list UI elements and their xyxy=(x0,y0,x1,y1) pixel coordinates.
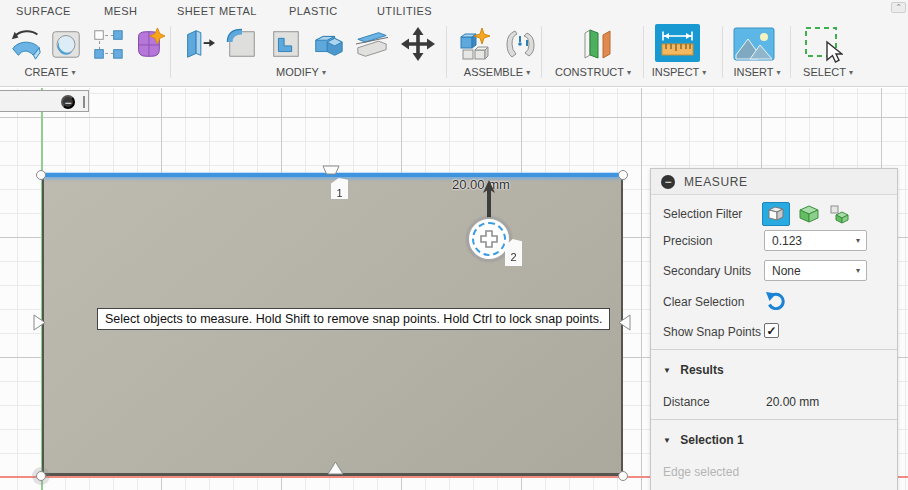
revolve-tool-button[interactable] xyxy=(8,26,44,62)
precision-label: Precision xyxy=(663,234,712,248)
shell-tool-button[interactable] xyxy=(268,26,304,62)
left-edge-handle[interactable] xyxy=(33,314,46,331)
modify-menu-button[interactable]: MODIFY▾ xyxy=(261,64,341,80)
combine-tool-button[interactable] xyxy=(310,26,346,62)
toolbar-separator xyxy=(170,26,171,78)
results-section-header[interactable]: ▼ Results xyxy=(663,363,724,377)
tab-surface[interactable]: SURFACE xyxy=(16,5,71,17)
chevron-down-icon: ▾ xyxy=(322,68,326,77)
construct-menu-button[interactable]: CONSTRUCT▾ xyxy=(548,64,638,80)
selection-status: Edge selected xyxy=(663,465,739,479)
clear-selection-button[interactable] xyxy=(765,291,786,313)
split-body-tool-button[interactable] xyxy=(354,26,390,62)
select-icon xyxy=(803,25,843,63)
construct-plane-tool-button[interactable] xyxy=(576,26,618,62)
top-edge-handle[interactable] xyxy=(322,165,340,175)
press-pull-icon xyxy=(181,27,215,61)
collapse-icon[interactable]: − xyxy=(61,95,75,109)
tab-plastic[interactable]: PLASTIC xyxy=(289,5,338,17)
chevron-down-icon: ▾ xyxy=(849,68,853,77)
pattern-tool-button[interactable] xyxy=(90,26,126,62)
clear-selection-label: Clear Selection xyxy=(663,295,744,309)
form-icon xyxy=(131,27,165,61)
chevron-down-icon: ▾ xyxy=(702,68,706,77)
right-edge-handle[interactable] xyxy=(618,314,631,331)
snap-cursor-ring xyxy=(472,222,506,256)
panel-title: MEASURE xyxy=(684,175,748,189)
hole-icon xyxy=(49,27,83,61)
toolbar-collapse-icon[interactable]: ⌃ xyxy=(891,2,906,13)
face-filter-icon xyxy=(766,204,786,222)
combine-icon xyxy=(311,27,345,61)
form-tool-button[interactable] xyxy=(130,26,166,62)
insert-image-tool-button[interactable] xyxy=(733,27,775,61)
undo-icon xyxy=(765,291,786,310)
inspect-menu-button[interactable]: INSPECT▾ xyxy=(639,64,719,80)
measure-panel-header: − MEASURE xyxy=(651,169,897,195)
secondary-units-dropdown[interactable]: None ▾ xyxy=(764,260,867,281)
split-body-icon xyxy=(354,27,390,61)
revolve-icon xyxy=(9,27,43,61)
insert-menu-button[interactable]: INSERT▾ xyxy=(722,64,792,80)
filter-body-button[interactable] xyxy=(797,203,821,225)
snap-cursor xyxy=(467,217,511,261)
fillet-tool-button[interactable] xyxy=(224,26,260,62)
show-snap-points-label: Show Snap Points xyxy=(663,325,761,339)
chevron-down-icon: ▾ xyxy=(777,68,781,77)
corner-handle[interactable] xyxy=(618,170,628,180)
origin-corner-handle[interactable] xyxy=(36,471,46,481)
divider xyxy=(651,419,897,420)
body-filter-icon xyxy=(798,203,820,224)
press-pull-tool-button[interactable] xyxy=(180,26,216,62)
fusion-window: SURFACE MESH SHEET METAL PLASTIC UTILITI… xyxy=(0,0,908,490)
text-caret xyxy=(83,96,85,108)
measure-tool-button[interactable] xyxy=(655,24,700,62)
construct-plane-icon xyxy=(576,26,618,62)
select-tool-button[interactable] xyxy=(803,25,843,63)
distance-label: Distance xyxy=(663,395,710,409)
distance-value: 20.00 mm xyxy=(766,395,819,409)
toolbar-separator xyxy=(446,26,447,78)
new-component-icon xyxy=(455,26,495,62)
chevron-expanded-icon: ▼ xyxy=(663,436,671,445)
joint-icon xyxy=(501,26,539,62)
chevron-down-icon: ▾ xyxy=(71,68,75,77)
move-icon xyxy=(400,26,436,62)
new-component-tool-button[interactable] xyxy=(455,26,495,62)
show-snap-points-checkbox[interactable]: ✓ xyxy=(764,323,779,338)
collapsed-dialog-bar: − xyxy=(0,90,89,112)
status-tooltip: Select objects to measure. Hold Shift to… xyxy=(97,308,610,330)
pattern-icon xyxy=(91,27,125,61)
bottom-edge-handle[interactable] xyxy=(327,461,344,475)
toolbar: SURFACE MESH SHEET METAL PLASTIC UTILITI… xyxy=(0,0,908,87)
selection-filter-label: Selection Filter xyxy=(663,207,742,221)
fillet-icon xyxy=(225,27,259,61)
create-menu-button[interactable]: CREATE▾ xyxy=(14,64,86,80)
corner-handle[interactable] xyxy=(618,471,628,481)
move-tool-button[interactable] xyxy=(400,26,436,62)
secondary-units-label: Secondary Units xyxy=(663,264,751,278)
measure-panel: − MEASURE Selection Filter xyxy=(650,168,898,490)
selection-1-section-header[interactable]: ▼ Selection 1 xyxy=(663,433,744,447)
corner-handle[interactable] xyxy=(36,170,46,180)
chevron-down-icon: ▾ xyxy=(856,236,860,245)
shell-icon xyxy=(269,27,303,61)
component-filter-icon xyxy=(828,203,850,224)
tab-sheet-metal[interactable]: SHEET METAL xyxy=(177,5,257,17)
filter-face-button[interactable] xyxy=(762,202,790,226)
hole-tool-button[interactable] xyxy=(48,26,84,62)
chevron-expanded-icon: ▼ xyxy=(663,366,671,375)
joint-tool-button[interactable] xyxy=(500,26,540,62)
collapse-icon[interactable]: − xyxy=(661,175,675,189)
chevron-down-icon: ▾ xyxy=(627,68,631,77)
chevron-down-icon: ▾ xyxy=(526,68,530,77)
precision-dropdown[interactable]: 0.123 ▾ xyxy=(764,230,867,251)
tab-mesh[interactable]: MESH xyxy=(104,5,137,17)
insert-image-icon xyxy=(733,27,775,61)
chevron-down-icon: ▾ xyxy=(856,266,860,275)
filter-component-button[interactable] xyxy=(827,203,851,225)
tab-utilities[interactable]: UTILITIES xyxy=(377,5,432,17)
assemble-menu-button[interactable]: ASSEMBLE▾ xyxy=(452,64,542,80)
select-menu-button[interactable]: SELECT▾ xyxy=(793,64,863,80)
measure-icon xyxy=(659,28,696,58)
